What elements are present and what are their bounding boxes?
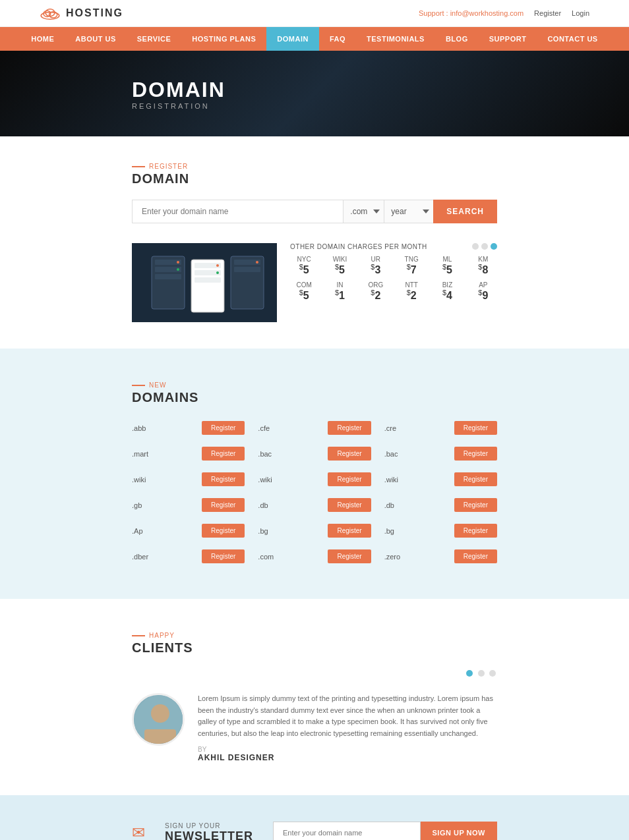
register-button[interactable]: Register <box>202 421 245 435</box>
extension-select[interactable]: .com.net.org.info <box>343 200 384 223</box>
newsletter-inner: ✉ SIGN UP YOUR NEWSLETTER SIGN UP NOW <box>132 822 497 840</box>
svg-point-23 <box>151 704 169 723</box>
register-button[interactable]: Register <box>202 498 245 512</box>
tld-item: TNG7 <box>398 256 425 276</box>
charges-nav-2[interactable] <box>481 243 488 250</box>
register-link[interactable]: Register <box>534 9 561 17</box>
svg-rect-8 <box>155 274 181 279</box>
domain-input[interactable] <box>132 200 343 223</box>
nav-about[interactable]: ABOUT US <box>65 27 126 51</box>
newsletter-label-wrap: SIGN UP YOUR NEWSLETTER <box>165 822 253 840</box>
charges-nav <box>472 243 497 250</box>
header-right: Support : info@workhosting.com Register … <box>419 9 589 17</box>
register-button[interactable]: Register <box>202 472 245 486</box>
tld-item: KM8 <box>469 256 497 276</box>
nav-service[interactable]: SERVICE <box>127 27 182 51</box>
charges-nav-3[interactable] <box>491 243 497 250</box>
email-icon: ✉ <box>132 824 145 840</box>
svg-rect-15 <box>195 277 221 283</box>
domain-item: .bacRegister <box>258 444 371 463</box>
register-button[interactable]: Register <box>328 524 371 538</box>
domain-item: .bgRegister <box>258 521 371 540</box>
nav-contact[interactable]: CONTACT US <box>537 27 608 51</box>
domain-name: .com <box>258 553 274 561</box>
newsletter-input[interactable] <box>273 822 421 840</box>
hero-subtitle: REGISTRATION <box>132 102 225 110</box>
header: HOSTING Support : info@workhosting.com R… <box>0 0 629 27</box>
domain-name: .wiki <box>384 476 398 484</box>
clients-label: HAPPY <box>132 632 497 639</box>
login-link[interactable]: Login <box>572 9 589 17</box>
newsletter-form: SIGN UP NOW <box>273 822 497 840</box>
newsletter-title: NEWSLETTER <box>165 829 253 840</box>
register-button[interactable]: Register <box>202 524 245 538</box>
domain-item: .abbRegister <box>132 418 245 437</box>
domain-item: .cfeRegister <box>258 418 371 437</box>
domain-item: .wikiRegister <box>258 470 371 489</box>
register-button[interactable]: Register <box>328 498 371 512</box>
domain-item: .ApRegister <box>132 521 245 540</box>
nav-blog[interactable]: BLOG <box>435 27 479 51</box>
register-button[interactable]: Register <box>328 447 371 461</box>
domain-item: .comRegister <box>258 547 371 566</box>
period-select[interactable]: year2 years3 years <box>384 200 433 223</box>
search-button[interactable]: SEARCH <box>433 200 497 223</box>
domain-label: REGISTER <box>132 163 497 170</box>
logo-text: HOSTING <box>66 7 123 19</box>
testimonial-content: Lorem Ipsum is simply dummy text of the … <box>198 693 497 762</box>
signup-button[interactable]: SIGN UP NOW <box>421 822 497 840</box>
testimonial-text: Lorem Ipsum is simply dummy text of the … <box>198 693 497 739</box>
logo-cloud-icon <box>40 7 61 20</box>
domain-item: .zeroRegister <box>384 547 497 566</box>
domain-item: .wikiRegister <box>132 470 245 489</box>
register-button[interactable]: Register <box>454 524 497 538</box>
register-button[interactable]: Register <box>454 498 497 512</box>
register-button[interactable]: Register <box>454 472 497 486</box>
register-button[interactable]: Register <box>202 447 245 461</box>
avatar-image <box>134 695 185 746</box>
register-button[interactable]: Register <box>454 549 497 563</box>
nav-support[interactable]: SUPPORT <box>479 27 537 51</box>
svg-point-17 <box>216 271 219 274</box>
testimonial-nav-3[interactable] <box>489 670 496 677</box>
tld-item: IN1 <box>326 281 353 302</box>
hero-content: DOMAIN REGISTRATION <box>132 78 225 110</box>
newsletter-label: SIGN UP YOUR <box>165 822 253 829</box>
testimonial-author: BY AKHIL DESIGNER <box>198 746 497 762</box>
register-button[interactable]: Register <box>454 447 497 461</box>
register-button[interactable]: Register <box>454 421 497 435</box>
nav-home[interactable]: HOME <box>20 27 65 51</box>
nav-testimonials[interactable]: TESTIMONIALS <box>356 27 435 51</box>
register-button[interactable]: Register <box>328 472 371 486</box>
testimonial-nav-1[interactable] <box>466 670 473 677</box>
domain-item: .dbRegister <box>258 495 371 515</box>
svg-rect-25 <box>144 729 176 746</box>
register-button[interactable]: Register <box>328 421 371 435</box>
domain-search-bar: .com.net.org.info year2 years3 years SEA… <box>132 200 497 223</box>
avatar <box>132 693 185 746</box>
hero-title: DOMAIN <box>132 78 225 102</box>
domain-name: .cfe <box>258 424 270 432</box>
tld-grid: NYC5WIKI5UR3TNG7ML5KM8COM5IN1ORG2NTT2BIZ… <box>290 256 497 302</box>
domain-name: .dber <box>132 553 148 561</box>
nav-faq[interactable]: FAQ <box>319 27 356 51</box>
new-domains-section: NEW DOMAINS .abbRegister.cfeRegister.cre… <box>0 349 629 599</box>
nav-hosting-plans[interactable]: HOSTING PLANS <box>181 27 266 51</box>
newsletter-icon-wrap: ✉ <box>132 824 145 840</box>
register-button[interactable]: Register <box>328 549 371 563</box>
domain-name: .Ap <box>132 527 143 535</box>
domain-item: .wikiRegister <box>384 470 497 489</box>
testimonial-nav-2[interactable] <box>478 670 485 677</box>
tld-item: NTT2 <box>398 281 425 302</box>
clients-title: CLIENTS <box>132 640 497 656</box>
domain-item: .dbRegister <box>384 495 497 515</box>
domain-name: .mart <box>132 450 148 458</box>
charges-nav-1[interactable] <box>472 243 479 250</box>
svg-point-11 <box>177 268 179 271</box>
domain-name: .abb <box>132 424 146 432</box>
svg-rect-9 <box>155 281 181 287</box>
tld-item: ML5 <box>433 256 461 276</box>
register-button[interactable]: Register <box>202 549 245 563</box>
domain-title: DOMAIN <box>132 171 497 186</box>
nav-domain[interactable]: DOMAIN <box>266 27 319 51</box>
